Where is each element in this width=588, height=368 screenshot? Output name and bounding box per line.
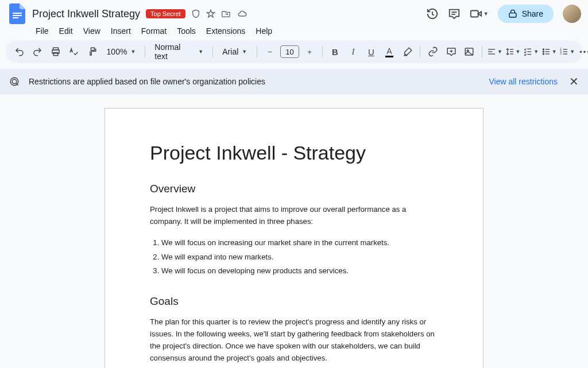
video-call-icon[interactable]: ▼ [470, 7, 489, 20]
classification-badge: Top Secret [146, 9, 185, 18]
align-icon[interactable]: ▼ [487, 44, 503, 60]
document-canvas: Project Inkwell - Strategy Overview Proj… [0, 94, 588, 368]
text-color-icon[interactable]: A [381, 44, 397, 60]
font-increase-icon[interactable]: + [301, 44, 318, 60]
history-icon[interactable] [426, 7, 439, 20]
underline-icon[interactable]: U [363, 44, 380, 60]
avatar[interactable] [563, 5, 581, 23]
styles-select[interactable]: Normal text▼ [150, 42, 208, 61]
numbered-list-icon[interactable]: 123▼ [559, 44, 575, 60]
overview-paragraph: Project Inkwell is a project that aims t… [150, 203, 438, 227]
policy-icon [9, 76, 20, 87]
menu-tools[interactable]: Tools [177, 26, 196, 36]
svg-point-36 [12, 79, 17, 84]
share-label: Share [522, 9, 543, 18]
font-size-input[interactable]: 10 [280, 45, 299, 58]
zoom-select[interactable]: 100%▼ [102, 47, 141, 56]
document-page[interactable]: Project Inkwell - Strategy Overview Proj… [105, 108, 483, 368]
banner-text: Restrictions are applied based on file o… [29, 77, 265, 86]
svg-rect-5 [471, 11, 478, 17]
undo-icon[interactable] [11, 44, 28, 60]
paint-format-icon[interactable] [84, 44, 100, 60]
svg-text:3: 3 [560, 52, 562, 55]
svg-point-27 [543, 53, 544, 55]
menu-file[interactable]: File [36, 26, 49, 36]
svg-point-25 [543, 51, 544, 52]
close-icon[interactable]: ✕ [569, 75, 579, 88]
menu-help[interactable]: Help [256, 26, 272, 36]
share-button[interactable]: Share [498, 5, 554, 23]
menu-insert[interactable]: Insert [111, 26, 131, 36]
list-item: We will focus on developing new products… [161, 265, 438, 277]
view-restrictions-link[interactable]: View all restrictions [489, 77, 558, 86]
menu-edit[interactable]: Edit [59, 26, 73, 36]
more-icon[interactable]: ••• [577, 44, 588, 60]
shield-icon[interactable] [191, 9, 200, 18]
bulleted-list-icon[interactable]: ▼ [541, 44, 557, 60]
toolbar: 100%▼ Normal text▼ Arial▼ − 10 + B I U A… [6, 40, 582, 63]
svg-rect-6 [509, 13, 516, 17]
bold-icon[interactable]: B [327, 44, 343, 60]
comment-icon[interactable] [448, 7, 461, 20]
highlight-icon[interactable] [400, 44, 416, 60]
doc-title[interactable]: Project Inkwell Strategy [32, 8, 140, 20]
spellcheck-icon[interactable] [66, 44, 82, 60]
overview-heading: Overview [150, 183, 438, 195]
star-icon[interactable] [206, 9, 215, 18]
goals-paragraph-1: The plan for this quarter is to review t… [150, 316, 438, 365]
move-icon[interactable] [221, 9, 231, 18]
goals-heading: Goals [150, 295, 438, 308]
font-decrease-icon[interactable]: − [262, 44, 278, 60]
italic-icon[interactable]: I [345, 44, 361, 60]
cloud-icon[interactable] [237, 9, 247, 18]
redo-icon[interactable] [30, 44, 46, 60]
doc-heading-title: Project Inkwell - Strategy [150, 142, 438, 164]
restrictions-banner: Restrictions are applied based on file o… [0, 69, 588, 94]
menubar: File Edit View Insert Format Tools Exten… [7, 24, 581, 40]
image-icon[interactable] [461, 44, 477, 60]
link-icon[interactable] [425, 44, 441, 60]
list-item: We will expand into new markets. [161, 251, 438, 264]
checklist-icon[interactable]: ▼ [523, 44, 539, 60]
phases-list: We will focus on increasing our market s… [161, 237, 438, 277]
svg-rect-1 [13, 15, 22, 16]
line-spacing-icon[interactable]: ▼ [505, 44, 521, 60]
docs-logo-icon[interactable] [7, 3, 28, 24]
print-icon[interactable] [48, 44, 64, 60]
list-item: We will focus on increasing our market s… [161, 237, 438, 249]
add-comment-icon[interactable] [443, 44, 459, 60]
svg-rect-2 [13, 17, 18, 18]
menu-format[interactable]: Format [141, 26, 167, 36]
svg-point-23 [543, 49, 544, 50]
svg-rect-0 [13, 13, 22, 14]
menu-view[interactable]: View [83, 26, 100, 36]
menu-extensions[interactable]: Extensions [206, 26, 245, 36]
font-select[interactable]: Arial▼ [218, 47, 252, 56]
